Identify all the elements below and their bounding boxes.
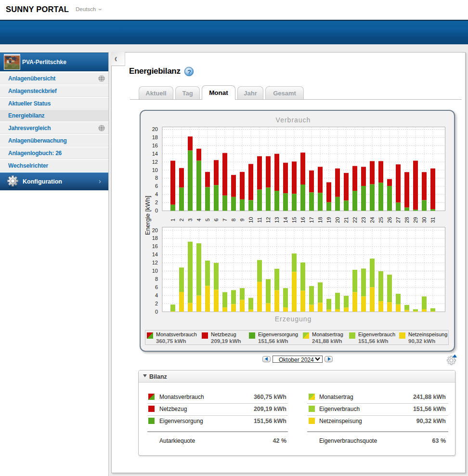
svg-text:16: 16 — [152, 143, 158, 148]
svg-text:6: 6 — [155, 183, 158, 189]
svg-text:30: 30 — [421, 217, 427, 223]
svg-text:21: 21 — [343, 217, 349, 223]
svg-text:2: 2 — [179, 218, 184, 221]
svg-text:8: 8 — [155, 276, 158, 282]
svg-text:29: 29 — [413, 217, 418, 223]
svg-text:8: 8 — [155, 175, 158, 181]
svg-text:18: 18 — [317, 217, 323, 223]
svg-text:18: 18 — [152, 235, 158, 241]
svg-text:16: 16 — [152, 243, 158, 249]
svg-text:2: 2 — [155, 301, 158, 306]
svg-text:7: 7 — [222, 218, 228, 221]
svg-text:10: 10 — [152, 167, 158, 173]
svg-text:27: 27 — [395, 217, 401, 223]
svg-text:1: 1 — [170, 218, 176, 221]
svg-text:20: 20 — [152, 227, 158, 233]
svg-text:14: 14 — [152, 251, 158, 257]
svg-text:22: 22 — [352, 217, 358, 223]
svg-text:20: 20 — [152, 126, 158, 132]
svg-text:10: 10 — [248, 217, 254, 223]
svg-text:28: 28 — [404, 217, 410, 223]
svg-text:5: 5 — [205, 218, 210, 221]
svg-text:12: 12 — [152, 159, 158, 165]
svg-text:18: 18 — [152, 134, 158, 140]
svg-text:26: 26 — [387, 217, 392, 223]
svg-text:6: 6 — [213, 218, 219, 221]
svg-text:25: 25 — [378, 217, 384, 223]
svg-text:4: 4 — [155, 191, 158, 197]
svg-text:12: 12 — [152, 260, 158, 265]
svg-text:24: 24 — [369, 217, 375, 223]
svg-text:2: 2 — [155, 199, 158, 205]
svg-text:16: 16 — [300, 217, 306, 223]
svg-text:31: 31 — [430, 217, 436, 223]
svg-text:14: 14 — [152, 151, 158, 157]
svg-text:17: 17 — [309, 217, 314, 223]
svg-text:12: 12 — [265, 217, 271, 223]
svg-text:13: 13 — [274, 217, 280, 223]
svg-text:14: 14 — [283, 217, 288, 223]
svg-text:0: 0 — [155, 208, 158, 213]
svg-text:4: 4 — [155, 292, 158, 298]
svg-text:9: 9 — [239, 218, 245, 221]
svg-text:Verbrauch: Verbrauch — [276, 116, 311, 124]
svg-text:10: 10 — [152, 268, 158, 274]
svg-text:20: 20 — [335, 217, 340, 223]
svg-text:3: 3 — [187, 218, 193, 221]
svg-text:4: 4 — [196, 218, 202, 221]
svg-text:Erzeugung: Erzeugung — [275, 315, 312, 323]
svg-text:19: 19 — [326, 217, 332, 223]
svg-text:0: 0 — [155, 309, 158, 315]
svg-text:23: 23 — [361, 217, 366, 223]
svg-text:15: 15 — [291, 217, 297, 223]
svg-text:8: 8 — [231, 218, 236, 221]
svg-text:11: 11 — [257, 217, 262, 223]
svg-text:6: 6 — [155, 284, 158, 290]
svg-text:Energie [kWh]: Energie [kWh] — [144, 196, 151, 235]
